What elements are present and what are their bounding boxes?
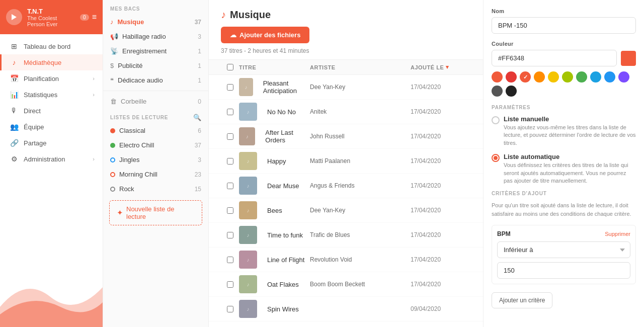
sidebar-item-label: Administration xyxy=(24,155,65,163)
playlist-jingles[interactable]: Jingles 3 xyxy=(103,152,208,167)
color-swatch[interactable] xyxy=(506,86,517,97)
table-row[interactable]: ♪ Dear Muse Angus & Friends 17/04/2020 xyxy=(209,174,483,198)
liste-auto-option[interactable]: Liste automatique Vous définissez les cr… xyxy=(492,153,636,185)
table-row[interactable]: ♪ Oat Flakes Boom Boom Beckett 17/04/202… xyxy=(209,272,483,297)
sidebar-item-label: Équipe xyxy=(24,123,44,131)
sidebar-item-planification[interactable]: 📅 Planification › xyxy=(0,70,103,87)
track-thumbnail: ♪ xyxy=(239,177,257,195)
bac-enregistrement[interactable]: 📡 Enregistrement 1 xyxy=(103,44,208,58)
bac-count: 3 xyxy=(198,33,201,40)
liste-auto-radio[interactable] xyxy=(492,154,500,162)
bac-habillage[interactable]: 📢 Habillage radio 3 xyxy=(103,29,208,44)
table-row[interactable]: ♪ Line of Flight Revolution Void 17/04/2… xyxy=(209,248,483,272)
track-info-cell: ♪ Pleasant Anticipation xyxy=(239,78,310,96)
row-checkbox-cell xyxy=(221,158,239,165)
search-icon[interactable]: 🔍 xyxy=(193,114,201,121)
color-swatch[interactable] xyxy=(548,71,559,83)
playlist-morning-chill[interactable]: Morning Chill 23 xyxy=(103,167,208,182)
liste-manuelle-text: Liste manuelle Vous ajoutez vous-même le… xyxy=(504,115,636,147)
row-checkbox[interactable] xyxy=(227,232,233,238)
sidebar-item-mediatheque[interactable]: ♪ Médiathèque xyxy=(0,54,103,70)
row-checkbox[interactable] xyxy=(227,158,233,165)
row-checkbox[interactable] xyxy=(227,257,233,263)
play-button[interactable] xyxy=(6,9,22,25)
track-thumbnail: ♪ xyxy=(239,226,257,244)
color-swatch[interactable] xyxy=(520,71,531,83)
menu-icon[interactable]: ≡ xyxy=(92,13,97,22)
new-playlist-button[interactable]: ✦ Nouvelle liste de lecture xyxy=(109,200,202,225)
liste-manuelle-label: Liste manuelle xyxy=(504,115,636,123)
bac-corbeille[interactable]: 🗑 Corbeille 0 xyxy=(103,94,208,109)
table-row[interactable]: ♪ After Last Orders John Russell 17/04/2… xyxy=(209,124,483,149)
sidebar-item-partage[interactable]: 🔗 Partage xyxy=(0,135,103,151)
row-checkbox[interactable] xyxy=(227,183,233,189)
sidebar-item-label: Médiathèque xyxy=(24,59,61,66)
color-swatch[interactable] xyxy=(562,71,573,83)
color-swatch[interactable] xyxy=(576,71,587,83)
track-date: 17/04/2020 xyxy=(411,157,471,165)
criteria-operator-select[interactable]: Inférieur à Supérieur à Égal à Entre xyxy=(497,241,630,258)
playlist-electro-chill[interactable]: Electro Chill 37 xyxy=(103,138,208,152)
sidebar-item-administration[interactable]: ⚙ Administration › xyxy=(0,151,103,167)
color-swatch[interactable] xyxy=(506,71,517,83)
track-date: 17/04/2020 xyxy=(411,281,471,288)
playlist-rock[interactable]: Rock 15 xyxy=(103,182,208,196)
row-checkbox[interactable] xyxy=(227,281,233,288)
playlist-count: 3 xyxy=(198,156,201,164)
row-checkbox[interactable] xyxy=(227,207,233,214)
color-swatch[interactable] xyxy=(534,71,545,83)
color-swatch[interactable] xyxy=(618,71,629,83)
table-row[interactable]: ♪ Bees Dee Yan-Key 17/04/2020 xyxy=(209,198,483,223)
liste-manuelle-radio[interactable] xyxy=(492,116,500,124)
table-row[interactable]: ♪ Happy Matti Paalanen 17/04/2020 xyxy=(209,149,483,174)
add-files-button[interactable]: ☁ Ajouter des fichiers xyxy=(221,27,309,43)
table-row[interactable]: ♪ Spin Wires 09/04/2020 xyxy=(209,297,483,321)
sidebar-item-direct[interactable]: 🎙 Direct xyxy=(0,103,103,119)
track-title: Happy xyxy=(262,157,286,165)
bac-dedicace[interactable]: ❝ Dédicace audio 1 xyxy=(103,73,208,88)
color-swatch[interactable] xyxy=(604,71,615,83)
track-artist: Revolution Void xyxy=(310,256,411,263)
sidebar-item-equipe[interactable]: 👥 Équipe xyxy=(0,119,103,135)
playlist-classical[interactable]: Classical 6 xyxy=(103,123,208,138)
sidebar-item-statistiques[interactable]: 📊 Statistiques › xyxy=(0,87,103,103)
row-checkbox[interactable] xyxy=(227,84,233,91)
track-info-cell: ♪ After Last Orders xyxy=(239,127,310,145)
track-info: T.N.T The Coolest Person Ever xyxy=(27,8,75,27)
listes-label: LISTES DE LECTURE xyxy=(110,115,168,120)
sidebar-item-label: Statistiques xyxy=(24,91,57,99)
settings-icon: ⚙ xyxy=(10,155,19,163)
chevron-right-icon: › xyxy=(93,75,95,81)
table-row[interactable]: ♪ No No No Anitek 17/04/2020 xyxy=(209,100,483,124)
middle-panel: MES BACS ♪ Musique 37 📢 Habillage radio … xyxy=(103,0,209,327)
color-swatch[interactable] xyxy=(492,86,503,97)
row-checkbox[interactable] xyxy=(227,306,233,312)
right-panel: Nom Couleur PARAMÈTRES Liste manuelle Vo… xyxy=(483,0,644,327)
music-icon: ♪ xyxy=(10,58,19,66)
criteria-delete-button[interactable]: Supprimer xyxy=(605,231,630,237)
row-checkbox[interactable] xyxy=(227,109,233,115)
bac-publicite[interactable]: $ Publicité 1 xyxy=(103,58,208,73)
color-text-input[interactable] xyxy=(492,50,617,66)
table-row[interactable]: ♪ Pleasant Anticipation Dee Yan-Key 17/0… xyxy=(209,75,483,100)
row-checkbox[interactable] xyxy=(227,133,233,140)
add-criteria-button[interactable]: Ajouter un critère xyxy=(492,292,552,308)
liste-manuelle-option[interactable]: Liste manuelle Vous ajoutez vous-même le… xyxy=(492,115,636,147)
color-swatch[interactable] xyxy=(492,71,503,83)
select-all-checkbox[interactable] xyxy=(227,64,233,70)
header-titre: Titre xyxy=(239,64,310,70)
criteria-bpm: BPM Supprimer Inférieur à Supérieur à Ég… xyxy=(492,225,636,284)
params-section-title: PARAMÈTRES xyxy=(492,105,636,110)
track-date: 17/04/2020 xyxy=(411,84,471,91)
color-swatch[interactable] xyxy=(590,71,601,83)
bac-musique[interactable]: ♪ Musique 37 xyxy=(103,15,208,29)
criteria-value-input[interactable] xyxy=(497,262,630,279)
table-row[interactable]: ♪ Time to funk Trafic de Blues 17/04/202… xyxy=(209,223,483,248)
track-date: 17/04/2020 xyxy=(411,207,471,214)
sidebar-item-tableau-de-bord[interactable]: ⊞ Tableau de bord xyxy=(0,38,103,54)
track-info-cell: ♪ Dear Muse xyxy=(239,177,310,195)
nom-input[interactable] xyxy=(492,17,636,34)
color-preview[interactable] xyxy=(621,51,636,66)
table-header: Titre Artiste Ajouté le ▾ xyxy=(209,60,483,75)
track-thumbnail: ♪ xyxy=(239,127,255,145)
